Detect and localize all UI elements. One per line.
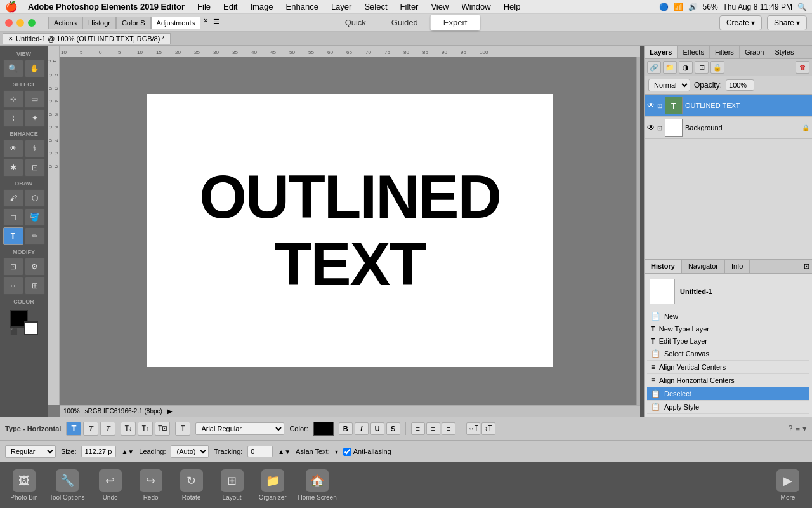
- text-color-swatch[interactable]: [313, 422, 334, 436]
- panel-tab-colors[interactable]: Color S: [116, 17, 151, 29]
- type-horizontal-btn[interactable]: T: [66, 422, 81, 436]
- type-sub2-btn[interactable]: T↑: [138, 422, 153, 436]
- white-canvas[interactable]: OUTLINED TEXT: [147, 94, 553, 367]
- background-color[interactable]: [24, 321, 38, 335]
- rect-select-tool[interactable]: ▭: [25, 90, 45, 108]
- content-aware-tool[interactable]: ⊞: [25, 277, 45, 295]
- red-eye-tool[interactable]: 👁: [3, 140, 23, 157]
- brush-tool[interactable]: 🖌: [3, 189, 23, 207]
- straighten-tool[interactable]: ↔: [3, 277, 23, 295]
- mask-btn[interactable]: ⊡: [695, 61, 709, 74]
- apple-menu[interactable]: 🍎: [5, 1, 18, 13]
- history-item-deselect[interactable]: 📋 Deselect: [647, 387, 809, 401]
- filter-menu[interactable]: Filter: [398, 2, 421, 11]
- tab-styles[interactable]: Styles: [769, 46, 799, 58]
- move-tool[interactable]: ⊹: [3, 90, 23, 108]
- tracking-input[interactable]: [247, 446, 273, 457]
- layer-item-outlined-text[interactable]: 👁 ⊡ T OUTLINED TEXT: [645, 95, 812, 117]
- canvas-content[interactable]: OUTLINED TEXT: [60, 57, 640, 404]
- select-menu[interactable]: Select: [362, 2, 390, 11]
- lock-btn[interactable]: 🔒: [710, 61, 724, 74]
- crop-tool[interactable]: ⊡: [3, 258, 23, 276]
- dock-organizer[interactable]: 📁 Organizer: [254, 467, 292, 504]
- history-item-align-horizontal[interactable]: ≡ Align Horizontal Centers: [647, 374, 809, 387]
- app-name-menu[interactable]: Adobe Photoshop Elements 2019 Editor: [25, 2, 187, 11]
- asian-text-dropdown[interactable]: ▾: [335, 448, 338, 455]
- view-menu[interactable]: View: [428, 2, 451, 11]
- panel-tab-histogr[interactable]: Histogr: [82, 17, 116, 29]
- type-faux-italic-btn[interactable]: T: [100, 422, 115, 436]
- reset-colors[interactable]: ⬛: [10, 328, 18, 335]
- italic-btn[interactable]: I: [355, 422, 369, 435]
- doc-tab-close-btn[interactable]: ✕: [8, 36, 13, 42]
- dock-home-screen[interactable]: 🏠 Home Screen: [294, 467, 341, 504]
- dock-redo[interactable]: ↪ Redo: [132, 467, 170, 504]
- history-item-new[interactable]: 📄 New: [647, 310, 809, 323]
- type-tool[interactable]: T: [3, 227, 23, 245]
- layer-menu[interactable]: Layer: [329, 2, 355, 11]
- close-button[interactable]: [5, 19, 13, 27]
- opacity-input[interactable]: 100%: [726, 79, 754, 91]
- style-select[interactable]: Regular Bold Italic: [5, 445, 56, 458]
- dock-layout[interactable]: ⊞ Layout: [213, 467, 251, 504]
- dock-tool-options[interactable]: 🔧 Tool Options: [46, 467, 89, 504]
- layer-visibility-outlined[interactable]: 👁: [647, 101, 655, 110]
- help-question-icon[interactable]: ?: [788, 424, 792, 433]
- history-expand-icon[interactable]: ⊡: [801, 260, 812, 273]
- dock-undo[interactable]: ↩ Undo: [91, 467, 129, 504]
- dock-photo-bin[interactable]: 🖼 Photo Bin: [5, 467, 43, 504]
- eraser-tool[interactable]: ◻: [3, 208, 23, 226]
- type-sub1-btn[interactable]: T↓: [121, 422, 136, 436]
- file-menu[interactable]: File: [195, 2, 213, 11]
- window-menu[interactable]: Window: [459, 2, 493, 11]
- image-menu[interactable]: Image: [247, 2, 275, 11]
- tab-effects[interactable]: Effects: [678, 46, 709, 58]
- leading-select[interactable]: (Auto): [171, 445, 209, 458]
- align-center-btn[interactable]: ≡: [426, 422, 440, 435]
- edit-menu[interactable]: Edit: [221, 2, 240, 11]
- type-extra-btn[interactable]: T: [175, 422, 190, 436]
- share-button[interactable]: Share ▾: [767, 15, 807, 30]
- mode-guided[interactable]: Guided: [379, 15, 431, 30]
- maximize-button[interactable]: [28, 19, 36, 27]
- magic-wand-tool[interactable]: ✦: [25, 109, 45, 127]
- history-item-edit-type-layer[interactable]: T Edit Type Layer: [647, 335, 809, 347]
- panel-tab-actions[interactable]: Actions: [48, 17, 82, 29]
- dock-rotate[interactable]: ↻ Rotate: [173, 467, 211, 504]
- tab-graph[interactable]: Graph: [740, 46, 770, 58]
- delete-layer-btn[interactable]: 🗑: [796, 61, 809, 74]
- layer-visibility-bg[interactable]: 👁: [647, 123, 655, 132]
- pencil-tool[interactable]: ✏: [25, 227, 45, 245]
- panel-close-btn[interactable]: ✕: [200, 17, 211, 29]
- history-tab-navigator[interactable]: Navigator: [682, 260, 725, 273]
- profile-arrow[interactable]: ▶: [167, 408, 173, 415]
- tab-filters[interactable]: Filters: [710, 46, 740, 58]
- mode-expert[interactable]: Expert: [431, 15, 480, 30]
- panel-expand-icon[interactable]: ☰: [211, 17, 222, 29]
- toolbar-expand-icon[interactable]: ▾: [802, 424, 807, 433]
- lasso-tool[interactable]: ⌇: [3, 109, 23, 127]
- strikethrough-btn[interactable]: S: [386, 422, 400, 435]
- paint-bucket-tool[interactable]: 🪣: [25, 208, 45, 226]
- vertical-scrollbar[interactable]: [636, 57, 640, 405]
- history-item-apply-style[interactable]: 📋 Apply Style: [647, 401, 809, 414]
- align-right-btn[interactable]: ≡: [442, 422, 455, 435]
- link-layers-btn[interactable]: 🔗: [647, 61, 661, 74]
- history-item-new-type-layer[interactable]: T New Type Layer: [647, 323, 809, 335]
- size-input[interactable]: [81, 446, 116, 457]
- healing-tool[interactable]: ⚕: [25, 140, 45, 157]
- create-button[interactable]: Create ▾: [719, 15, 762, 30]
- font-select[interactable]: Arial Regular: [195, 422, 284, 435]
- tracking-arrows[interactable]: ▲▼: [278, 448, 291, 455]
- blend-mode-select[interactable]: Normal: [648, 79, 690, 91]
- dock-more[interactable]: ▶ More: [769, 467, 807, 504]
- search-icon[interactable]: 🔍: [797, 3, 807, 11]
- type-sub3-btn[interactable]: T⊡: [155, 422, 170, 436]
- bold-btn[interactable]: B: [339, 422, 353, 435]
- clone-tool[interactable]: ✱: [3, 159, 23, 177]
- help-menu[interactable]: Help: [501, 2, 523, 11]
- orient-vert-btn[interactable]: ↕T: [481, 422, 495, 435]
- history-item-select-canvas[interactable]: 📋 Select Canvas: [647, 347, 809, 361]
- mode-quick[interactable]: Quick: [332, 15, 379, 30]
- hand-tool[interactable]: ✋: [25, 60, 45, 77]
